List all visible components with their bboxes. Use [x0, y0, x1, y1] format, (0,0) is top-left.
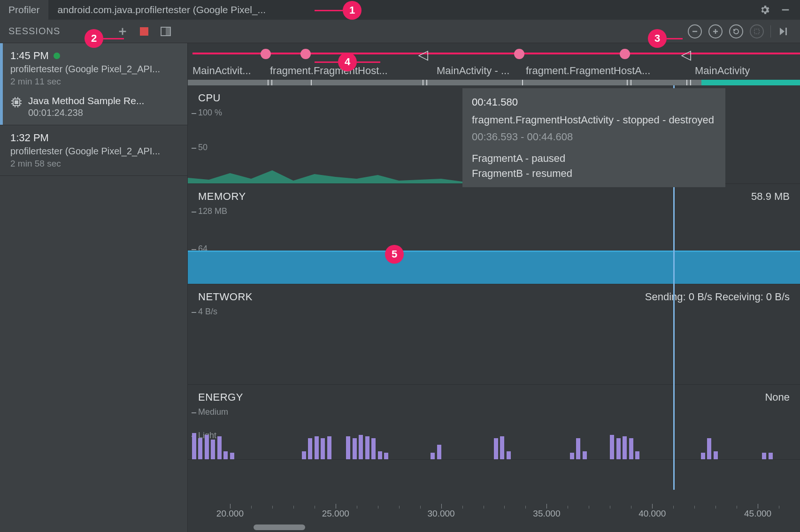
sessions-toolbar: SESSIONS	[0, 20, 800, 43]
tooltip-extra: FragmentB - resumed	[472, 166, 716, 181]
activity-label: MainActivity - ...	[437, 65, 509, 77]
svg-rect-9	[754, 29, 759, 34]
add-session-button[interactable]	[116, 25, 129, 38]
memory-chart	[188, 252, 800, 284]
axis-tick: 35.000	[533, 509, 560, 519]
memory-value: 58.9 MB	[751, 190, 790, 203]
session-name: profilertester (Google Pixel_2_API...	[10, 146, 180, 157]
time-axis[interactable]: 20.00025.00030.00035.00040.00045.000	[188, 509, 800, 532]
svg-marker-10	[780, 28, 785, 35]
svg-rect-5	[166, 27, 170, 36]
svg-rect-13	[15, 101, 18, 104]
energy-panel[interactable]: ENERGY None Medium Light	[188, 385, 800, 460]
tooltip-event: fragment.FragmentHostActivity - stopped …	[472, 113, 716, 128]
axis-tick: 45.000	[744, 509, 771, 519]
process-name[interactable]: android.com.java.profilertester (Google …	[48, 4, 276, 15]
zoom-selection-button	[750, 24, 764, 38]
gear-icon[interactable]	[759, 4, 771, 16]
network-value: Sending: 0 B/s Receiving: 0 B/s	[645, 291, 790, 303]
y-tick: 100 %	[198, 108, 222, 118]
annotation-badge: 1	[343, 1, 362, 20]
annotation-badge: 4	[338, 53, 357, 71]
tooltip-range: 00:36.593 - 00:44.608	[472, 129, 716, 144]
minimap[interactable]	[188, 80, 800, 85]
session-item[interactable]: 1:45 PM profilertester (Google Pixel_2_A…	[0, 43, 187, 125]
title-bar: Profiler android.com.java.profilertester…	[0, 0, 800, 20]
timeline-content: ▷ ▷ MainActivit... fragment.FragmentHost…	[188, 43, 800, 532]
panel-title: MEMORY	[198, 190, 246, 203]
session-duration: 2 min 11 sec	[10, 76, 180, 87]
running-indicator-icon	[54, 53, 60, 59]
tooltip-extra: FragmentA - paused	[472, 151, 716, 166]
activity-label: MainActivit...	[192, 65, 251, 77]
svg-rect-11	[785, 28, 787, 35]
annotation-badge: 3	[648, 29, 667, 48]
axis-tick: 20.000	[216, 509, 244, 519]
event-tooltip: 00:41.580 fragment.FragmentHostActivity …	[462, 88, 725, 187]
activity-label: MainActivity	[695, 65, 750, 77]
session-item[interactable]: 1:32 PM profilertester (Google Pixel_2_A…	[0, 125, 187, 176]
axis-tick: 40.000	[638, 509, 666, 519]
network-panel[interactable]: NETWORK Sending: 0 B/s Receiving: 0 B/s …	[188, 284, 800, 385]
toolbar-divider	[770, 25, 771, 38]
horizontal-scrollbar[interactable]	[254, 524, 305, 530]
y-tick: 4 B/s	[198, 307, 217, 317]
energy-value: None	[765, 391, 790, 403]
activity-label: fragment.FragmentHost...	[270, 65, 388, 77]
panel-title: CPU	[198, 92, 221, 104]
zoom-in-button[interactable]	[708, 24, 723, 38]
sessions-label: SESSIONS	[0, 26, 60, 37]
recording-item[interactable]: Java Method Sample Re... 00:01:24.238	[10, 95, 180, 118]
axis-tick: 25.000	[322, 509, 349, 519]
panel-title: NETWORK	[198, 291, 253, 303]
axis-tick: 30.000	[428, 509, 455, 519]
session-time: 1:32 PM	[10, 132, 49, 144]
panels: CPU 100 % 50 MEMORY 58.9 MB 128 MB 64 NE…	[188, 85, 800, 509]
activity-label: fragment.FragmentHostA...	[526, 65, 650, 77]
annotation-badge: 5	[385, 245, 404, 264]
y-tick: 128 MB	[198, 206, 227, 216]
panel-title: ENERGY	[198, 391, 243, 403]
toggle-panel-button[interactable]	[160, 25, 172, 38]
reset-zoom-button[interactable]	[729, 24, 743, 38]
profiler-tab[interactable]: Profiler	[0, 0, 48, 20]
energy-chart	[188, 426, 800, 459]
sessions-sidebar: 1:45 PM profilertester (Google Pixel_2_A…	[0, 43, 188, 532]
session-duration: 2 min 58 sec	[10, 159, 180, 169]
minimize-icon[interactable]	[779, 4, 792, 16]
zoom-out-button[interactable]	[688, 24, 702, 38]
svg-rect-3	[140, 27, 148, 36]
memory-panel[interactable]: MEMORY 58.9 MB 128 MB 64	[188, 184, 800, 284]
go-live-button[interactable]	[777, 25, 790, 38]
recording-time: 00:01:24.238	[28, 107, 144, 118]
stop-recording-button[interactable]	[138, 25, 150, 38]
session-name: profilertester (Google Pixel_2_API...	[10, 64, 180, 75]
recording-title: Java Method Sample Re...	[28, 95, 144, 106]
tooltip-time: 00:41.580	[472, 95, 716, 110]
y-tick: Medium	[198, 407, 228, 417]
session-time: 1:45 PM	[10, 50, 49, 62]
activity-ribbon[interactable]: ▷ ▷ MainActivit... fragment.FragmentHost…	[188, 43, 800, 85]
annotation-badge: 2	[85, 29, 103, 48]
cpu-chip-icon	[10, 96, 23, 108]
